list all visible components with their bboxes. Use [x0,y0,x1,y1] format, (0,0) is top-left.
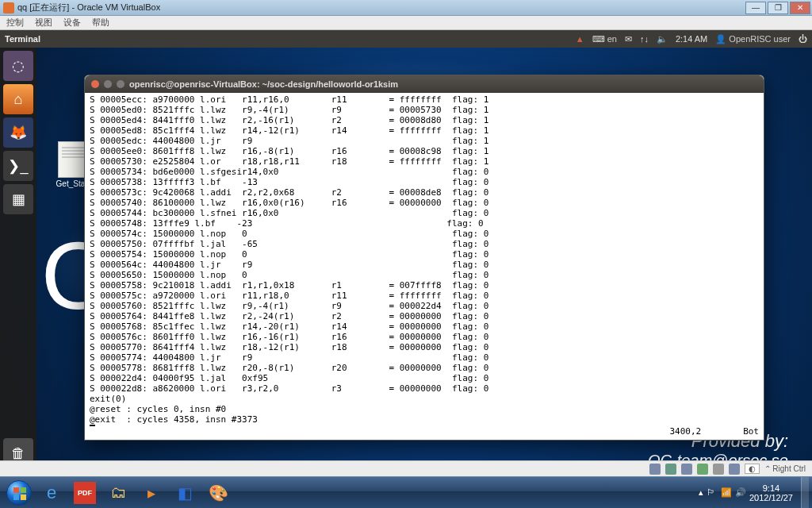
taskbar-virtualbox[interactable]: ◧ [169,480,201,506]
shared-folder-icon[interactable] [713,464,724,475]
taskbar-clock[interactable]: 9:14 2012/12/27 [749,483,793,502]
optical-icon[interactable] [665,464,676,475]
network-icon[interactable]: ↑↓ [640,34,649,44]
close-button[interactable]: ✕ [790,2,810,14]
virtualbox-statusbar: ◐ ⌃ Right Ctrl [0,460,812,476]
taskbar-explorer[interactable]: 🗂 [102,480,134,506]
ubuntu-panel[interactable]: Terminal ▲ ⌨ en ✉ ↑↓ 🔈 2:14 AM 👤 OpenRIS… [0,30,812,48]
host-window-title: qq [正在运行] - Oracle VM VirtualBox [17,2,160,13]
minimize-button[interactable]: — [745,2,766,14]
windows-orb-icon [6,480,32,506]
terminal-titlebar[interactable]: openrisc@openrisc-VirtualBox: ~/soc-desi… [85,75,764,93]
terminal-window[interactable]: openrisc@openrisc-VirtualBox: ~/soc-desi… [84,75,764,441]
terminal-title: openrisc@openrisc-VirtualBox: ~/soc-desi… [129,79,398,89]
menu-help[interactable]: 帮助 [92,17,109,29]
menu-control[interactable]: 控制 [6,17,24,29]
volume-icon[interactable]: 🔈 [657,34,668,44]
start-button[interactable] [3,477,35,509]
window-close-icon[interactable] [91,80,99,88]
indicator-area: ▲ ⌨ en ✉ ↑↓ 🔈 2:14 AM 👤 OpenRISC user ⏻ [576,34,807,44]
session-menu[interactable]: 👤 OpenRISC user [715,34,791,44]
taskbar-wmp[interactable]: ▸ [136,480,167,506]
mail-icon[interactable]: ✉ [625,34,632,44]
window-minimize-icon[interactable] [104,80,112,88]
usb-icon[interactable] [681,464,692,475]
hd-activity-icon[interactable] [649,464,661,475]
mouse-capture-indicator[interactable]: ◐ [745,464,760,474]
vim-statusline: 3400,2 Bot [85,426,764,440]
warning-icon[interactable]: ▲ [576,34,584,44]
nautilus-icon[interactable]: ⌂ [3,84,33,114]
host-key-label: ⌃ Right Ctrl [764,464,806,473]
guest-display: O Terminal ▲ ⌨ en ✉ ↑↓ 🔈 2:14 AM 👤 OpenR… [0,30,812,476]
taskbar-ie[interactable]: e [36,480,67,506]
tray-flag-icon[interactable]: 🏳 [707,487,718,498]
window-maximize-icon[interactable] [117,80,124,88]
unity-launcher: ◌ ⌂ 🦊 ❯_ ▦ 🗑 [0,48,36,476]
terminal-icon[interactable]: ❯_ [3,151,33,181]
display-icon[interactable] [729,464,740,475]
tray-network-icon[interactable]: 📶 [721,487,732,498]
taskbar-pdf[interactable]: PDF [69,480,101,506]
menu-devices[interactable]: 设备 [63,17,81,29]
virtualbox-icon [3,2,14,13]
power-icon[interactable]: ⏻ [799,34,807,44]
windows-taskbar: e PDF 🗂 ▸ ◧ 🎨 ▴ 🏳 📶 🔊 9:14 2012/12/27 [0,476,812,508]
taskbar-paint[interactable]: 🎨 [202,480,234,506]
maximize-button[interactable]: ❐ [768,2,788,14]
dash-icon[interactable]: ◌ [3,51,33,81]
host-window-titlebar[interactable]: qq [正在运行] - Oracle VM VirtualBox — ❐ ✕ [0,0,812,16]
virtualbox-menubar: 控制 视图 设备 帮助 [0,16,812,30]
show-desktop-button[interactable] [801,477,809,509]
firefox-icon[interactable]: 🦊 [3,117,33,148]
clock[interactable]: 2:14 AM [676,34,707,44]
menu-view[interactable]: 视图 [35,17,52,29]
system-tray: ▴ 🏳 📶 🔊 9:14 2012/12/27 [699,477,812,509]
network-activity-icon[interactable] [697,464,708,475]
tray-chevron-icon[interactable]: ▴ [699,487,703,498]
keyboard-indicator[interactable]: ⌨ en [592,34,617,44]
workspace-icon[interactable]: ▦ [3,184,33,214]
tray-volume-icon[interactable]: 🔊 [735,487,746,498]
active-window-title: Terminal [5,34,40,44]
terminal-output[interactable]: S 00005ecc: a9700000 l.ori r11,r16,0 r11… [85,93,764,426]
